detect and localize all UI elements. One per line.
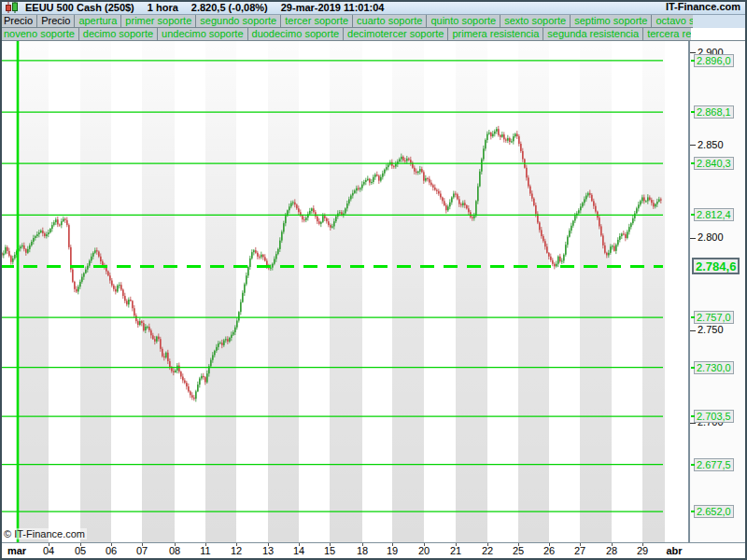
time-axis-label: 27 xyxy=(574,545,585,556)
time-axis-label: abr xyxy=(666,545,682,556)
price-axis-tick xyxy=(690,330,696,331)
tab-tercer-soporte[interactable]: tercer soporte xyxy=(281,15,353,28)
time-axis-label: 15 xyxy=(324,545,335,556)
support-level-label: 2.677,5 xyxy=(694,458,734,471)
price-axis[interactable]: 2.9002.8502.8002.7502.7002.896,02.868,12… xyxy=(688,41,747,542)
time-axis-label: 06 xyxy=(106,545,117,556)
tab-duodecimo-soporte[interactable]: duodecimo soporte xyxy=(248,28,345,41)
apertura-price-label: 2.784,6 xyxy=(692,258,740,274)
time-axis-label: 14 xyxy=(293,545,304,556)
tab-apertura[interactable]: apertura xyxy=(75,15,121,28)
tab-septimo-soporte[interactable]: septimo soporte xyxy=(571,15,652,28)
chart-watermark: © IT-Finance.com xyxy=(2,528,87,539)
tab-decimotercer-soporte[interactable]: decimotercer soporte xyxy=(344,28,448,41)
time-axis-label: 19 xyxy=(387,545,398,556)
time-axis-label: 07 xyxy=(136,545,148,556)
time-axis-label: 11 xyxy=(200,545,210,556)
level-tick xyxy=(691,162,695,164)
time-axis[interactable]: mar0405060708111213141518192021222526272… xyxy=(0,542,747,558)
level-tick xyxy=(691,316,695,318)
support-level-label: 2.868,1 xyxy=(694,105,734,119)
indicator-tab-row-1: PrecioPrecioaperturaprimer soportesegund… xyxy=(0,15,747,28)
timeframe-label: 1 hora xyxy=(148,2,178,13)
support-level-label: 2.896,0 xyxy=(694,54,734,67)
support-level-label: 2.730,0 xyxy=(694,361,734,374)
level-tick xyxy=(691,214,695,216)
time-axis-label: 18 xyxy=(357,545,368,556)
support-level-label: 2.840,3 xyxy=(694,157,734,170)
time-axis-label: 08 xyxy=(169,545,180,556)
tab-tercera-resistencia[interactable]: tercera resistencia xyxy=(643,28,691,41)
time-axis-label: mar xyxy=(7,545,26,556)
price-axis-tick xyxy=(690,145,696,146)
tab-precio[interactable]: Precio xyxy=(37,15,75,28)
candlestick-icon xyxy=(5,2,20,13)
price-axis-label: 2.800 xyxy=(698,231,724,244)
brand-link[interactable]: IT-Finance.com xyxy=(666,0,740,14)
time-axis-label: 25 xyxy=(513,545,524,556)
tab-segundo-soporte[interactable]: segundo soporte xyxy=(196,15,281,28)
level-tick xyxy=(691,415,695,417)
trading-window: EEUU 500 Cash (250$) 1 hora 2.820,5 (-0,… xyxy=(0,0,747,560)
tab-undecimo-soporte[interactable]: undecimo soporte xyxy=(158,28,247,41)
support-level-label: 2.652,0 xyxy=(694,505,734,518)
tab-noveno-soporte[interactable]: noveno soporte xyxy=(0,28,79,41)
level-tick xyxy=(691,60,695,62)
support-level-label: 2.757,0 xyxy=(694,311,734,324)
level-tick xyxy=(691,367,695,369)
tab-primer-soporte[interactable]: primer soporte xyxy=(121,15,196,28)
tab-cuarto-soporte[interactable]: cuarto soporte xyxy=(353,15,427,28)
datetime-label: 29-mar-2019 11:01:04 xyxy=(281,2,385,13)
tab-quinto-soporte[interactable]: quinto soporte xyxy=(427,15,500,28)
indicator-tab-row-2: noveno soportedecimo soporteundecimo sop… xyxy=(0,28,747,41)
price-axis-label: 2.750 xyxy=(698,324,724,336)
time-axis-label: 29 xyxy=(637,545,648,556)
chart-canvas[interactable]: © IT-Finance.com xyxy=(0,41,688,542)
tab-decimo-soporte[interactable]: decimo soporte xyxy=(79,28,158,41)
time-axis-label: 12 xyxy=(231,545,242,556)
price-change: (-0,08%) xyxy=(229,2,268,13)
time-axis-label: 28 xyxy=(606,545,617,556)
time-axis-label: 13 xyxy=(262,545,274,556)
tab-segunda-resistencia[interactable]: segunda resistencia xyxy=(543,28,643,41)
support-level-label: 2.703,5 xyxy=(694,410,734,423)
tab-primera-resistencia[interactable]: primera resistencia xyxy=(448,28,543,41)
level-tick xyxy=(691,464,695,466)
time-axis-label: 05 xyxy=(75,545,86,556)
tab-sexto-soporte[interactable]: sexto soporte xyxy=(500,15,571,28)
time-axis-label: 22 xyxy=(482,545,493,556)
level-tick xyxy=(691,511,695,512)
support-level-label: 2.812,4 xyxy=(694,208,734,221)
instrument-name: EEUU 500 Cash (250$) xyxy=(25,2,134,13)
price-axis-label: 2.850 xyxy=(698,139,724,151)
price-axis-tick xyxy=(690,238,696,239)
tab-octavo-soporte[interactable]: octavo soporte xyxy=(652,15,693,28)
tab-precio[interactable]: Precio xyxy=(0,15,37,28)
level-tick xyxy=(691,111,695,113)
time-axis-label: 04 xyxy=(43,545,54,556)
time-axis-label: 20 xyxy=(418,545,430,556)
last-price: 2.820,5 (-0,08%) xyxy=(191,2,268,13)
time-axis-label: 26 xyxy=(543,545,555,556)
time-axis-label: 21 xyxy=(450,545,461,556)
title-bar: EEUU 500 Cash (250$) 1 hora 2.820,5 (-0,… xyxy=(0,0,747,15)
